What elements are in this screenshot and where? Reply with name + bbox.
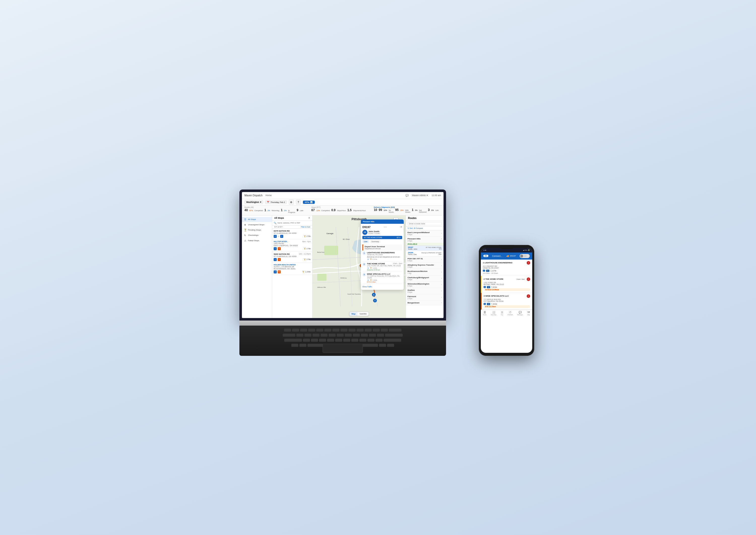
city-nav-icon: ☰ — [501, 311, 503, 314]
key — [381, 329, 388, 332]
phone-nav-next-stop[interactable]: ⬜ Next Stop — [491, 311, 496, 316]
unassigned-icon: ⊕ — [244, 224, 246, 226]
svg-text:South Park Township: South Park Township — [348, 293, 361, 295]
stop-card-4[interactable]: HOLDEN HEALTH UNITED SUITE 1, 170 BROOK … — [272, 263, 312, 275]
popup-stop-2-name: THE HOME STORE — [367, 263, 385, 265]
clarksburg-chevron-icon: › — [441, 277, 442, 279]
sidebar-item-checkstops[interactable]: ↻ Checkstops — [242, 233, 272, 238]
chart-icon: 📊 — [310, 201, 313, 203]
route-group-pleasant-hills-header[interactable]: Pleasant Hills 2 trips ˅ — [406, 237, 443, 243]
sort-button[interactable]: ⇅ Sort — [407, 227, 413, 229]
compare-button[interactable]: ⊞ Compare — [414, 227, 423, 229]
popup-tab-summary[interactable]: Summary — [370, 240, 380, 243]
route-group-east-liverpool-header[interactable]: East Liverpool/Midland 0 trips › — [406, 230, 443, 237]
phone-nav-map[interactable]: 🗺 Map — [527, 311, 530, 316]
stop-2-weight: 🏋 175lb — [304, 248, 311, 250]
key — [341, 329, 348, 332]
popup-close-icon[interactable]: ✕ — [400, 226, 402, 228]
sidebar-item-unassigned[interactable]: ⊕ Unassigned Stops — [242, 222, 272, 227]
phone-stop-3-weight: 7,300lb — [491, 303, 497, 305]
stop-3-header: 5600 NATION RD 12m - 11:30pm — [274, 253, 311, 255]
route-group-clarksburg-name: Clarksburg/Bridgeport 2 trips — [407, 276, 429, 280]
popup-stop-3[interactable]: 3 WINE SPECIALISTS LLC 777 RIPPLE RUN RD… — [362, 273, 402, 284]
morgantown-chevron-icon: › — [441, 302, 442, 304]
popup-location-price: $71+ — [397, 237, 401, 239]
driver-info: John Smith D1687 T2236L — [368, 230, 380, 234]
location-select[interactable]: Washington ▾ — [244, 200, 263, 204]
nav-admin[interactable]: Maven Admin ▾ — [410, 193, 430, 197]
help-icon-btn[interactable]: ? — [296, 200, 301, 205]
route-group-buckhannon-header[interactable]: Buckhannon/Weston 1 trip › — [406, 269, 443, 275]
key — [316, 329, 323, 332]
phone-stop-1[interactable]: 1 LIGHTHOUSE ENGINEERING 1 411 VINCENT R… — [481, 260, 532, 276]
phone-stop-3-num-row: 3 WINE SPECIALISTS LLC 1 — [484, 294, 530, 298]
stop-4-company: HOLDEN HEALTH UNITED — [274, 264, 295, 266]
key — [332, 329, 339, 332]
settings-icon-btn[interactable]: ⚙ — [289, 200, 294, 205]
popup-tab-live[interactable]: Live — [362, 240, 369, 243]
phone-stop-2-number: 2 THE HOME STORE — [484, 278, 503, 280]
route-group-clarksburg-header[interactable]: Clarksburg/Bridgeport 2 trips › — [406, 275, 443, 281]
popup-stop-2[interactable]: 2 THE HOME STORE 11am - 2pm 1701 FORD DR… — [362, 263, 402, 272]
route-group-pleasant-hills: Pleasant Hills 2 trips ˅ AVAILABLE D91 — [406, 237, 443, 257]
kpi-delivery-completed: 10 — [374, 208, 377, 212]
stop-card-3[interactable]: 5600 NATION RD 12m - 11:30pm ST CLAIRSVI… — [272, 252, 312, 263]
kpi-stops-completed-pct: 12% — [316, 210, 320, 211]
phone-nav-messages[interactable]: 💬 Messages — [518, 311, 523, 316]
key — [345, 334, 352, 337]
route-group-grafton-header[interactable]: Grafton 3 trips › — [406, 288, 443, 294]
popup-stop-1[interactable]: 1 LIGHTHOUSE ENGINEERING VENETIA, PA 153… — [362, 251, 402, 262]
location-label: Washington — [246, 201, 259, 203]
key — [367, 339, 375, 342]
sidebar-item-pending[interactable]: ⏳ Pending Stops — [242, 228, 272, 233]
kpi-delivery-no-issues-label: No Issues — [389, 210, 394, 213]
stops-search-input[interactable] — [277, 222, 311, 224]
laptop-trackpad[interactable] — [322, 344, 363, 353]
kpi-delivery-not-delivered-pct: 0% — [415, 210, 418, 211]
date-selector[interactable]: 📅 Thursday, Feb 2 — [265, 200, 287, 204]
pleasant-hills-trips: 2 trips — [407, 240, 421, 242]
phone-nav-route[interactable]: 🛤 Route — [483, 311, 486, 316]
route-group-morgantown-header[interactable]: Morgantown › — [406, 301, 443, 305]
key — [291, 344, 298, 347]
phone-stop-3[interactable]: 3 WINE SPECIALISTS LLC 1 777 RIPPLE RUN … — [481, 293, 532, 310]
stop-1-qty: 0 — [274, 235, 277, 238]
phone-nav-eta[interactable]: ⏱ ETA/Shift — [508, 311, 513, 316]
phone-stop-2[interactable]: 2 THE HOME STORE 11am - 2pm 1 1701 FORD … — [481, 276, 532, 293]
phone-availability-toggle[interactable]: OFF — [519, 254, 530, 258]
key-row-1 — [247, 329, 438, 332]
route-item-d9200[interactable]: D9200 Farris, Dan Driving to PINPOINT ST… — [406, 251, 443, 256]
kpi-button[interactable]: KPIs 📊 — [303, 201, 315, 204]
map-type-map[interactable]: Map — [350, 312, 358, 316]
stops-search-bar: 🔍 — [272, 221, 312, 226]
phone-stop-1-weight-icon: 🏋 — [486, 270, 490, 272]
route-d9200-driver: Farris, Dan — [408, 254, 417, 255]
grafton-chevron-icon: › — [441, 290, 442, 292]
svg-text:Mt. Oliver: Mt. Oliver — [343, 239, 350, 240]
sidebar-item-all-stops[interactable]: ☰ All Stops — [242, 217, 272, 222]
route-group-grafton: Grafton 3 trips › — [406, 288, 443, 294]
sidebar-item-failed[interactable]: ⚠ Failed Stops — [242, 238, 272, 243]
stop-detail-popup: Pleasant Hills D9197 ⋯ ✕ — [361, 219, 404, 290]
map-type-satellite[interactable]: Satellite — [358, 312, 369, 316]
route-item-d9197[interactable]: D9197 Smith, John AT THE HOME STORE 575 — [406, 246, 443, 251]
stop-4-weight: 🏋 1,166lb — [302, 271, 311, 273]
popup-more-icon[interactable]: ⋯ — [384, 225, 387, 229]
route-group-allegheny-header[interactable]: Allegheny Express Transfer 3 trips › — [406, 263, 443, 269]
popup-show-traffic[interactable]: Show Traffic — [362, 285, 402, 288]
nav-home-link[interactable]: Home — [266, 194, 272, 197]
popup-stop-2-qty: 4 — [367, 267, 369, 269]
route-group-fairmont-header[interactable]: Fairmont 2 trips › — [406, 294, 443, 300]
kpi-delivery: Delivery Shipments (619) 10 99 16% No Is… — [374, 206, 438, 213]
filter-sort-button[interactable]: Filter & Sort — [301, 226, 310, 228]
date-label: Thursday, Feb 2 — [270, 201, 285, 203]
routes-search-input[interactable] — [407, 222, 442, 225]
stop-card-1[interactable]: 8475 NATION RD ST CLAIRSVILLE, OH 43950 … — [272, 229, 312, 239]
popup-stop-1-meta: Arrived at 10:13 am Departed at 10:23 am — [367, 256, 402, 258]
route-group-shinnston-header[interactable]: Shinnston/Mannington 0 trips › — [406, 282, 443, 288]
key — [324, 329, 331, 332]
stop-card-2[interactable]: HILLTOP INTER... 8am - 4pm 1305 TIN RD E… — [272, 239, 312, 252]
route-group-pgh-sw-header[interactable]: PGH SW / RT 51 0 trips › — [406, 257, 443, 263]
close-icon[interactable]: ✕ — [308, 217, 310, 219]
phone-nav-city[interactable]: ☰ City — [501, 311, 503, 316]
